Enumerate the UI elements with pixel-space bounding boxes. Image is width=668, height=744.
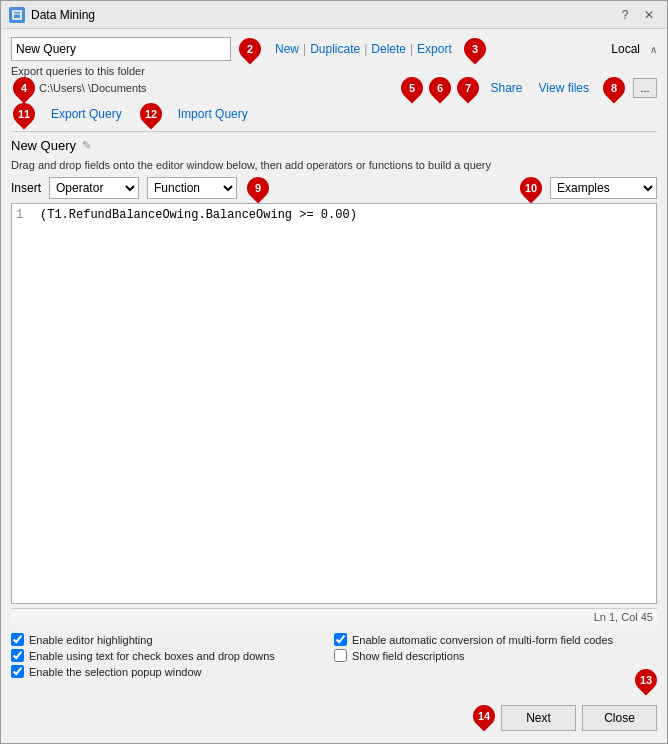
annotation-2: 2: [234, 33, 265, 64]
line-number-1: 1: [16, 208, 32, 222]
annotation-9: 9: [242, 172, 273, 203]
annotation-8: 8: [598, 72, 629, 103]
app-icon: [9, 7, 25, 23]
checkboxes-left: Enable editor highlighting Enable using …: [11, 633, 334, 691]
checkbox-text-for-checkboxes[interactable]: Enable using text for check boxes and dr…: [11, 649, 334, 662]
export-folder-section: Export queries to this folder 4 C:\Users…: [11, 65, 657, 99]
editor-line-1: 1 (T1.RefundBalanceOwing.BalanceOwing >=…: [16, 208, 652, 222]
help-button[interactable]: ?: [615, 5, 635, 25]
export-folder-label: Export queries to this folder: [11, 65, 657, 77]
export-path-text: C:\Users\ \Documents: [39, 82, 395, 94]
close-button[interactable]: ✕: [639, 5, 659, 25]
insert-label: Insert: [11, 181, 41, 195]
annotation-6: 6: [424, 72, 455, 103]
share-link[interactable]: Share: [487, 81, 527, 95]
export-import-row: 11 Export Query 12 Import Query: [11, 103, 657, 125]
annotation-4: 4: [8, 72, 39, 103]
path-row: 4 C:\Users\ \Documents 5 6 7 Share View …: [11, 77, 657, 99]
import-query-link[interactable]: Import Query: [174, 107, 252, 121]
svg-rect-0: [13, 11, 21, 19]
checkbox-editor-highlighting[interactable]: Enable editor highlighting: [11, 633, 334, 646]
window-title: Data Mining: [31, 8, 95, 22]
examples-select[interactable]: Examples Balance > 0 Date range Name con…: [550, 177, 657, 199]
query-name-heading-row: New Query ✎: [11, 138, 657, 153]
cb-selection-popup-label: Enable the selection popup window: [29, 666, 201, 678]
query-editor[interactable]: 1 (T1.RefundBalanceOwing.BalanceOwing >=…: [11, 203, 657, 604]
cb-editor-highlighting[interactable]: [11, 633, 24, 646]
query-description: Drag and drop fields onto the editor win…: [11, 159, 657, 171]
query-heading: New Query: [11, 138, 76, 153]
function-select[interactable]: Function ABS AVG COUNT MAX MIN SUM: [147, 177, 237, 199]
browse-button[interactable]: ...: [633, 78, 657, 98]
checkboxes-right: Enable automatic conversion of multi-for…: [334, 633, 657, 691]
annotation-5: 5: [396, 72, 427, 103]
annotation-14: 14: [468, 700, 499, 731]
insert-row: Insert Operator = >= <= != AND OR Functi…: [11, 177, 657, 199]
footer-buttons: 14 Next Close: [11, 699, 657, 735]
window: Data Mining ? ✕ 2 New | Duplicate | Dele…: [0, 0, 668, 744]
annotation-11: 11: [8, 98, 39, 129]
titlebar: Data Mining ? ✕: [1, 1, 667, 29]
cb-field-descriptions[interactable]: [334, 649, 347, 662]
next-button[interactable]: Next: [501, 705, 576, 731]
annotation-10: 10: [515, 172, 546, 203]
line-content-1: (T1.RefundBalanceOwing.BalanceOwing >= 0…: [40, 208, 357, 222]
annotation-7: 7: [452, 72, 483, 103]
titlebar-controls: ? ✕: [615, 5, 659, 25]
status-bar: Ln 1, Col 45: [11, 608, 657, 625]
cb-text-checkboxes-label: Enable using text for check boxes and dr…: [29, 650, 275, 662]
annotation-12: 12: [135, 98, 166, 129]
collapse-button[interactable]: ∧: [650, 44, 657, 55]
cb-auto-conversion-label: Enable automatic conversion of multi-for…: [352, 634, 613, 646]
delete-link[interactable]: Delete: [367, 42, 410, 56]
toolbar-links: New | Duplicate | Delete | Export: [271, 42, 456, 56]
checkbox-auto-conversion[interactable]: Enable automatic conversion of multi-for…: [334, 633, 657, 646]
view-files-link[interactable]: View files: [535, 81, 593, 95]
checkboxes-section: Enable editor highlighting Enable using …: [11, 633, 657, 691]
new-link[interactable]: New: [271, 42, 303, 56]
cursor-position: Ln 1, Col 45: [594, 611, 653, 623]
main-content: 2 New | Duplicate | Delete | Export 3 Lo…: [1, 29, 667, 743]
checkbox-field-descriptions[interactable]: Show field descriptions: [334, 649, 657, 662]
titlebar-left: Data Mining: [9, 7, 95, 23]
cb-selection-popup[interactable]: [11, 665, 24, 678]
export-query-link[interactable]: Export Query: [47, 107, 126, 121]
query-name-input[interactable]: [11, 37, 231, 61]
cb-text-checkboxes[interactable]: [11, 649, 24, 662]
annotation-3: 3: [459, 33, 490, 64]
annotation-13: 13: [630, 664, 661, 695]
edit-icon[interactable]: ✎: [82, 139, 91, 152]
divider: [11, 131, 657, 132]
checkbox-selection-popup[interactable]: Enable the selection popup window: [11, 665, 334, 678]
cb-editor-highlighting-label: Enable editor highlighting: [29, 634, 153, 646]
local-label: Local: [611, 42, 640, 56]
share-viewfiles: 7 Share View files 8 ...: [455, 77, 658, 99]
close-button-footer[interactable]: Close: [582, 705, 657, 731]
cb-field-descriptions-label: Show field descriptions: [352, 650, 465, 662]
duplicate-link[interactable]: Duplicate: [306, 42, 364, 56]
export-link[interactable]: Export: [413, 42, 456, 56]
query-toolbar-row: 2 New | Duplicate | Delete | Export 3 Lo…: [11, 37, 657, 61]
operator-select[interactable]: Operator = >= <= != AND OR: [49, 177, 139, 199]
cb-auto-conversion[interactable]: [334, 633, 347, 646]
